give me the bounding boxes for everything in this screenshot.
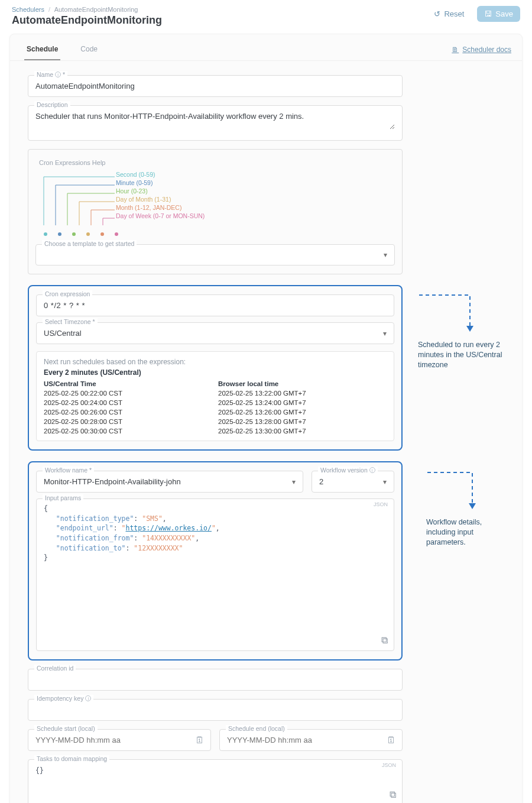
next-runs-panel: Next run schedules based on the expressi… xyxy=(36,351,394,441)
next-runs-table: US/Central Time Browser local time 2025-… xyxy=(44,380,387,435)
save-label: Save xyxy=(495,9,513,18)
copy-icon[interactable]: ⧉ xyxy=(381,635,388,646)
cron-part-hour: Hour (0-23) xyxy=(116,187,391,195)
idempotency-key-field[interactable]: Idempotency key i xyxy=(28,699,403,721)
cron-part-dow: Day of Week (0-7 or MON-SUN) xyxy=(116,212,391,219)
schedule-start-label: Schedule start (local) xyxy=(34,725,98,732)
reset-icon: ↺ xyxy=(434,9,440,18)
annotation-schedule-text: Scheduled to run every 2 minutes in the … xyxy=(418,340,507,370)
table-cell: 2025-02-25 00:28:00 CST xyxy=(44,418,212,425)
tab-schedule[interactable]: Schedule xyxy=(24,39,60,60)
table-cell: 2025-02-25 00:30:00 CST xyxy=(44,428,212,435)
name-input[interactable] xyxy=(35,82,395,90)
description-label: Description xyxy=(34,101,70,108)
breadcrumb-root[interactable]: Schedulers xyxy=(12,6,44,13)
reset-button[interactable]: ↺ Reset xyxy=(427,6,471,22)
chevron-down-icon: ▾ xyxy=(384,251,387,259)
docs-label: Scheduler docs xyxy=(462,46,511,54)
cron-expression-label: Cron expression xyxy=(43,290,92,297)
reset-label: Reset xyxy=(444,9,464,18)
table-cell: 2025-02-25 00:22:00 CST xyxy=(44,390,212,397)
next-runs-subtitle: Next run schedules based on the expressi… xyxy=(44,358,387,366)
description-input[interactable]: Scheduler that runs Monitor-HTTP-Endpoin… xyxy=(35,112,395,129)
info-icon: i xyxy=(85,695,91,701)
workflow-highlight-box: Workflow name * Monitor-HTTP-Endpoint-Av… xyxy=(28,461,403,660)
name-label: Name xyxy=(37,71,53,78)
idempotency-key-input[interactable] xyxy=(35,705,395,714)
workflow-version-value: 2 xyxy=(319,477,323,486)
table-cell: 2025-02-25 13:24:00 GMT+7 xyxy=(218,399,387,406)
table-cell: 2025-02-25 13:28:00 GMT+7 xyxy=(218,418,387,425)
breadcrumb-sep: / xyxy=(48,6,50,13)
schedule-start-input[interactable] xyxy=(35,736,203,744)
main-card: Schedule Code 🗎 Scheduler docs Name i* D… xyxy=(9,34,523,803)
cron-highlight-box: Cron expression Select Timezone * US/Cen… xyxy=(28,285,403,451)
input-params-label: Input params xyxy=(43,494,83,501)
cron-help-title: Cron Expressions Help xyxy=(39,159,391,166)
cron-part-minute: Minute (0-59) xyxy=(116,179,391,186)
save-button[interactable]: 🖫 Save xyxy=(477,6,520,22)
cron-dots xyxy=(44,232,391,236)
cron-expression-input[interactable] xyxy=(44,301,387,310)
annotation-workflow: Workflow details, including input parame… xyxy=(426,471,509,548)
workflow-version-label: Workflow version xyxy=(320,467,368,474)
docs-icon: 🗎 xyxy=(452,46,459,54)
next-runs-summary: Every 2 minutes (US/Central) xyxy=(44,368,387,377)
domain-mapping-json[interactable]: {} xyxy=(35,766,395,776)
schedule-end-label: Schedule end (local) xyxy=(226,725,287,732)
workflow-version-select[interactable]: Workflow version i 2▾ xyxy=(312,471,394,493)
info-icon: i xyxy=(55,72,61,77)
breadcrumb: Schedulers / AutomateEndpointMonitoring xyxy=(12,6,162,13)
save-icon: 🖫 xyxy=(484,9,492,18)
idempotency-key-label: Idempotency key xyxy=(37,695,83,702)
correlation-id-field[interactable]: Correlation id xyxy=(28,669,403,691)
copy-icon[interactable]: ⧉ xyxy=(390,789,396,800)
info-icon: i xyxy=(369,467,375,473)
chevron-down-icon: ▾ xyxy=(383,478,387,486)
domain-mapping-label: Tasks to domain mapping xyxy=(34,755,109,762)
table-cell: 2025-02-25 13:22:00 GMT+7 xyxy=(218,390,387,397)
name-field[interactable]: Name i* xyxy=(28,75,403,97)
calendar-icon[interactable]: 🗓 xyxy=(195,735,205,746)
workflow-name-select[interactable]: Workflow name * Monitor-HTTP-Endpoint-Av… xyxy=(36,471,303,493)
required-star: * xyxy=(63,71,65,78)
table-cell: 2025-02-25 13:26:00 GMT+7 xyxy=(218,409,387,416)
input-params-json[interactable]: { "notification_type": "SMS", "endpoint_… xyxy=(44,504,387,563)
workflow-name-value: Monitor-HTTP-Endpoint-Availability-john xyxy=(44,477,181,486)
col-us-central: US/Central Time xyxy=(44,380,212,387)
calendar-icon[interactable]: 🗓 xyxy=(387,735,396,746)
workflow-name-label: Workflow name * xyxy=(43,467,94,474)
json-badge: JSON xyxy=(374,501,388,507)
correlation-id-label: Correlation id xyxy=(34,665,76,672)
schedule-start-field[interactable]: Schedule start (local) 🗓 xyxy=(28,729,211,751)
tab-code[interactable]: Code xyxy=(78,39,100,60)
timezone-label: Select Timezone * xyxy=(43,318,98,325)
correlation-id-input[interactable] xyxy=(35,675,395,684)
cron-expression-field[interactable]: Cron expression xyxy=(36,294,394,316)
schedule-end-field[interactable]: Schedule end (local) 🗓 xyxy=(219,729,403,751)
cron-help-panel: Cron Expressions Help Se xyxy=(28,149,403,274)
timezone-select[interactable]: Select Timezone * US/Central▾ xyxy=(36,322,394,344)
page-title: AutomateEndpointMonitoring xyxy=(12,14,162,27)
tabs: Schedule Code xyxy=(24,39,100,60)
col-browser-local: Browser local time xyxy=(218,380,387,387)
table-cell: 2025-02-25 00:26:00 CST xyxy=(44,409,212,416)
annotation-workflow-text: Workflow details, including input parame… xyxy=(426,517,509,548)
annotation-schedule: Scheduled to run every 2 minutes in the … xyxy=(418,294,507,370)
cron-bracket-graphic xyxy=(39,171,116,229)
table-cell: 2025-02-25 00:24:00 CST xyxy=(44,399,212,406)
cron-template-select[interactable]: Choose a template to get started ▾ xyxy=(35,244,395,265)
cron-part-second: Second (0-59) xyxy=(116,171,391,178)
input-params-field[interactable]: Input params JSON { "notification_type":… xyxy=(36,498,394,651)
description-field[interactable]: Description Scheduler that runs Monitor-… xyxy=(28,105,403,141)
chevron-down-icon: ▾ xyxy=(292,478,296,486)
topbar: Schedulers / AutomateEndpointMonitoring … xyxy=(9,2,523,29)
schedule-end-input[interactable] xyxy=(227,736,395,744)
breadcrumb-current: AutomateEndpointMonitoring xyxy=(54,6,138,13)
cron-part-month: Month (1-12, JAN-DEC) xyxy=(116,204,391,211)
table-cell: 2025-02-25 13:30:00 GMT+7 xyxy=(218,428,387,435)
domain-mapping-field[interactable]: Tasks to domain mapping JSON {} ⧉ xyxy=(28,759,403,803)
scheduler-docs-link[interactable]: 🗎 Scheduler docs xyxy=(452,46,511,54)
timezone-value: US/Central xyxy=(44,329,82,338)
json-badge: JSON xyxy=(382,762,396,768)
